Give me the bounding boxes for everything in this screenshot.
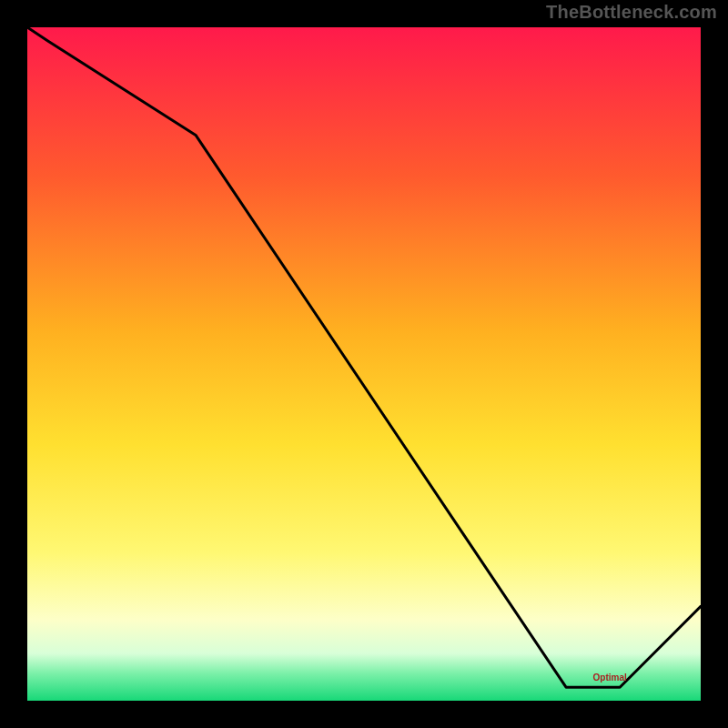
plot-area: Optimal [27, 27, 701, 701]
optimal-annotation: Optimal [593, 672, 627, 682]
gradient-background [27, 27, 701, 701]
chart-svg: Optimal [27, 27, 701, 701]
watermark-text: TheBottleneck.com [546, 2, 717, 23]
chart-frame: TheBottleneck.com Optim [0, 0, 728, 728]
